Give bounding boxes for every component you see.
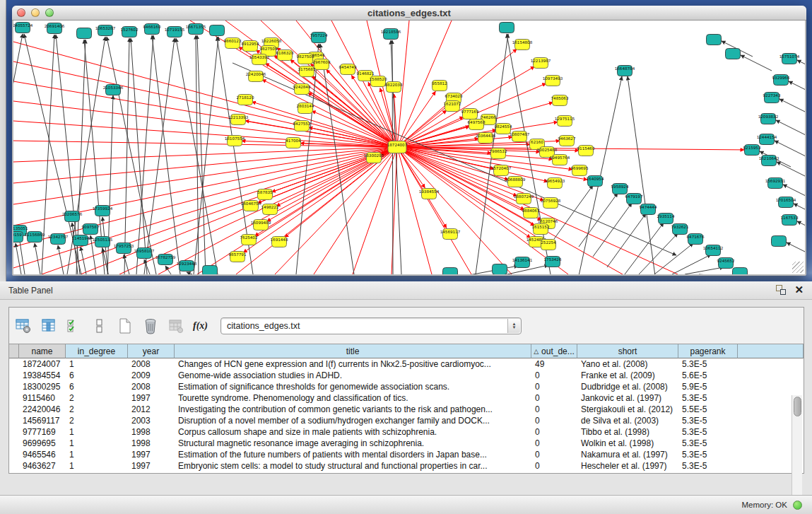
table-selector[interactable]: citations_edges.txt ▲▼ (220, 317, 522, 334)
selected-node[interactable]: 10756928 (541, 198, 561, 209)
selected-node[interactable]: 10807487 (510, 132, 530, 142)
function-builder-icon[interactable]: f(x) (193, 320, 208, 332)
node[interactable]: 16648784 (615, 66, 635, 76)
node[interactable]: 8471676 (687, 234, 705, 245)
node[interactable]: 19218586 (381, 29, 401, 40)
selected-node[interactable]: 8186328 (276, 50, 294, 61)
node[interactable]: 16782759 (155, 255, 176, 265)
edge[interactable] (579, 193, 618, 247)
node[interactable]: 24055724 (13, 23, 33, 33)
node[interactable] (733, 268, 748, 275)
edge[interactable] (775, 141, 805, 156)
selected-node[interactable]: 18300295 (364, 153, 384, 163)
selected-node[interactable]: 9860123 (224, 38, 242, 49)
select-all-icon[interactable] (64, 316, 84, 336)
edge[interactable] (107, 95, 113, 274)
edge[interactable] (58, 245, 64, 274)
node[interactable]: 10653287 (95, 25, 116, 36)
table-row[interactable]: 946362711997Embryonic stem cells: a mode… (9, 460, 804, 472)
edge-selected[interactable] (262, 79, 397, 147)
node[interactable]: 17359924 (93, 206, 113, 216)
node[interactable]: 8215953 (743, 145, 761, 156)
node[interactable]: 6479197 (625, 194, 643, 204)
table-row[interactable]: 1938455462009Genome-wide association stu… (9, 370, 804, 381)
node[interactable]: 17957253 (114, 243, 134, 254)
node[interactable] (493, 264, 507, 275)
node[interactable]: 12342757 (48, 234, 69, 245)
edge[interactable] (639, 233, 678, 274)
selected-node[interactable]: 19495764 (550, 155, 570, 165)
node[interactable]: 12444154 (757, 134, 777, 145)
selected-node[interactable]: 9884067 (522, 208, 540, 218)
edge[interactable] (628, 76, 655, 274)
node[interactable]: 12923448 (177, 261, 197, 271)
column-header-title[interactable]: title (175, 344, 531, 358)
node[interactable]: 8466160 (143, 24, 161, 35)
node[interactable]: 15692931 (765, 178, 786, 189)
node[interactable]: 1527602 (121, 27, 139, 37)
selected-node[interactable]: 8427552 (293, 121, 311, 132)
selected-node[interactable]: 1691448 (271, 237, 288, 247)
selected-node[interactable]: 16046756 (241, 201, 261, 211)
selected-node[interactable]: 10543392 (249, 54, 269, 65)
node[interactable] (443, 268, 458, 275)
selected-node[interactable]: 7485063 (551, 95, 569, 106)
selected-node[interactable]: 9463627 (558, 136, 576, 146)
edge-selected[interactable] (13, 101, 397, 147)
selected-node[interactable]: 8454749 (339, 64, 357, 75)
node[interactable]: 10719155 (165, 27, 185, 37)
edge[interactable] (35, 243, 40, 274)
node[interactable] (203, 266, 218, 275)
table-row[interactable]: 1872400712008Changes of HCN gene express… (9, 358, 804, 370)
network-graph[interactable]: 2405572420691406106532871527602846616010… (13, 21, 805, 274)
node[interactable] (210, 25, 225, 36)
selected-node[interactable]: 16099489 (251, 220, 271, 230)
selected-node[interactable]: 14569117 (440, 229, 461, 240)
selected-node[interactable]: 1615152 (532, 224, 550, 235)
selected-node[interactable]: 12213987 (531, 58, 551, 69)
node[interactable]: 1753426 (544, 257, 562, 267)
edge-selected[interactable] (252, 102, 397, 147)
selected-node[interactable]: 19384554 (419, 189, 440, 199)
network-canvas[interactable]: 2405572420691406106532871527602846616010… (13, 21, 805, 274)
node[interactable] (500, 23, 514, 33)
node[interactable]: 2935114 (657, 214, 675, 224)
node[interactable]: 39159 (13, 232, 23, 243)
network-window[interactable]: citations_edges.txt 24055724206914061065… (12, 6, 806, 276)
edge-selected[interactable] (353, 147, 397, 274)
edge[interactable] (672, 255, 711, 274)
selected-node[interactable]: 16154808 (512, 40, 533, 50)
window-resize-grip[interactable] (792, 262, 804, 273)
node[interactable]: 9097587 (82, 224, 100, 235)
edge[interactable] (144, 38, 175, 274)
table-row[interactable]: 2242004622012Investigating the contribut… (9, 404, 804, 415)
selected-node[interactable]: 9115460 (577, 146, 595, 156)
selected-node[interactable]: 3175685 (298, 66, 316, 77)
new-column-icon[interactable] (115, 316, 135, 336)
edge[interactable] (607, 214, 646, 267)
column-header-pagerank[interactable]: pagerank (678, 344, 738, 358)
edge[interactable] (797, 60, 805, 76)
selected-node[interactable]: 18807249 (514, 194, 534, 204)
selected-node[interactable]: 9857791 (229, 252, 247, 262)
table-vertical-scrollbar[interactable] (792, 395, 802, 508)
selected-node[interactable]: 8912954 (242, 41, 259, 52)
import-table-icon[interactable] (166, 316, 186, 336)
selected-node[interactable]: 6497568 (468, 119, 486, 130)
selected-node[interactable]: 20364436 (476, 133, 496, 144)
edge[interactable] (16, 243, 21, 274)
edge[interactable] (625, 223, 664, 274)
selected-node[interactable]: 19654923 (545, 178, 565, 189)
scrollbar-thumb[interactable] (794, 397, 801, 416)
edge[interactable] (593, 203, 632, 257)
edge-selected[interactable] (13, 141, 397, 147)
delete-column-icon[interactable] (141, 316, 160, 336)
table-row[interactable]: 946554611997Estimation of the future num… (9, 449, 804, 460)
node[interactable] (772, 236, 787, 247)
selected-node[interactable]: 12975115 (555, 116, 575, 127)
node[interactable]: 17016504 (776, 197, 796, 208)
selected-node[interactable]: 1621072 (444, 101, 461, 112)
window-titlebar[interactable]: citations_edges.txt (12, 6, 806, 21)
selected-node[interactable]: 417004 (286, 138, 301, 148)
node[interactable]: 21053346 (103, 85, 124, 95)
